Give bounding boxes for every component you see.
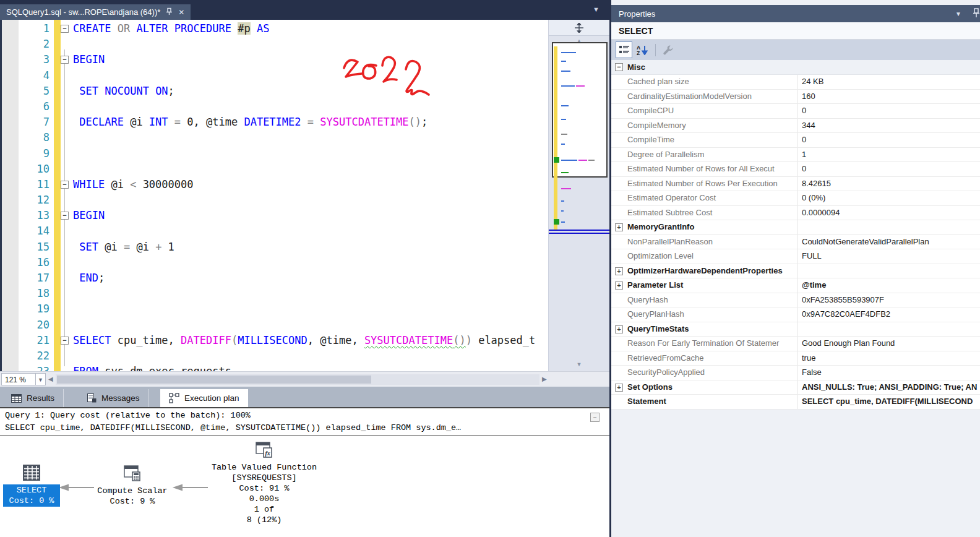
property-row[interactable]: +OptimizerHardwareDependentProperties (611, 264, 980, 279)
tab-list-chevron-down-icon[interactable]: ▼ (593, 6, 600, 13)
property-row[interactable]: Degree of Parallelism1 (611, 148, 980, 163)
property-row[interactable]: NonParallelPlanReasonCouldNotGenerateVal… (611, 235, 980, 250)
categorized-button[interactable] (616, 41, 632, 58)
property-row[interactable]: Estimated Number of Rows Per Execution8.… (611, 177, 980, 192)
results-pane: Results Messages Execution plan (0, 387, 609, 537)
property-row[interactable]: Cached plan size24 KB (611, 75, 980, 90)
category-expander[interactable]: − (611, 60, 627, 75)
code-line: 4 (0, 68, 548, 84)
properties-titlebar: Properties ▼ (611, 5, 980, 22)
property-row[interactable]: CompileTime0 (611, 133, 980, 148)
property-value: False (797, 366, 980, 380)
property-value (797, 220, 980, 234)
row-expander[interactable]: + (615, 281, 623, 290)
document-tab[interactable]: SQLQuery1.sql - sw...ROPE\andjana (64))*… (0, 4, 191, 20)
property-label: Estimated Operator Cost (627, 191, 797, 205)
property-value: 0xFA253855B593907F (797, 293, 980, 307)
row-expander[interactable]: + (615, 325, 623, 333)
property-row[interactable]: RetrievedFromCachetrue (611, 351, 980, 366)
plan-node-text: 1 of (205, 504, 323, 515)
scroll-right-arrow[interactable]: ▶ (542, 376, 547, 382)
property-value: Good Enough Plan Found (797, 337, 980, 351)
property-row[interactable]: SecurityPolicyAppliedFalse (611, 366, 980, 380)
properties-pin-icon[interactable] (973, 8, 980, 20)
line-number: 13 (0, 208, 49, 223)
property-row[interactable]: +MemoryGrantInfo (611, 220, 980, 235)
ssms-window: SQLQuery1.sql - sw...ROPE\andjana (64))*… (0, 0, 980, 537)
tab-results[interactable]: Results (2, 389, 64, 407)
property-value: @time (797, 278, 980, 293)
property-label: Estimated Number of Rows for All Execut (627, 162, 797, 176)
property-value: 24 KB (797, 75, 980, 89)
code-lines[interactable]: 1−CREATE OR ALTER PROCEDURE #p AS23−BEGI… (0, 21, 548, 371)
minimap-viewport[interactable] (552, 42, 608, 178)
splitter-handle[interactable] (549, 20, 609, 36)
property-pages-button[interactable] (660, 41, 676, 58)
fold-collapse-box[interactable]: − (61, 212, 69, 220)
property-row[interactable]: +Set OptionsANSI_NULLS: True; ANSI_PADDI… (611, 380, 980, 395)
tab-messages-label: Messages (101, 393, 140, 403)
tab-execution-plan[interactable]: Execution plan (160, 389, 248, 407)
scroll-down-arrow[interactable]: ▼ (549, 361, 609, 367)
zoom-chevron-down-icon[interactable]: ▼ (36, 373, 46, 385)
properties-grid: Cached plan size24 KBCardinalityEstimati… (611, 75, 980, 410)
collapse-button[interactable]: – (590, 413, 600, 422)
line-number: 22 (0, 348, 49, 364)
selected-node-label: SELECTCost: 0 % (3, 484, 60, 507)
document-tabstrip: SQLQuery1.sql - sw...ROPE\andjana (64))*… (0, 0, 609, 20)
minimap-scrollbar[interactable]: ▲ ▼ (548, 20, 609, 371)
line-number: 11 (0, 177, 49, 192)
plan-node-select[interactable]: SELECTCost: 0 % (3, 464, 60, 507)
tab-execution-plan-label: Execution plan (184, 393, 239, 403)
property-row[interactable]: CompileCPU0 (611, 104, 980, 119)
plan-node-compute-scalar[interactable]: Compute ScalarCost: 9 % (93, 464, 172, 507)
property-row[interactable]: QueryPlanHash0x9A7C82C0AEF4DFB2 (611, 307, 980, 322)
property-row[interactable]: Estimated Number of Rows for All Execut0 (611, 162, 980, 177)
fold-collapse-box[interactable]: − (61, 56, 69, 64)
row-expander[interactable]: + (615, 223, 623, 231)
property-label: Degree of Parallelism (627, 148, 797, 162)
results-tabstrip: Results Messages Execution plan (0, 387, 609, 407)
document-tab-title: SQLQuery1.sql - sw...ROPE\andjana (64))* (6, 7, 160, 17)
property-row[interactable]: Reason For Early Termination Of Statemer… (611, 337, 980, 351)
property-row[interactable]: CompileMemory344 (611, 119, 980, 134)
category-row-misc[interactable]: − Misc (611, 60, 980, 75)
row-expander[interactable]: + (615, 384, 623, 392)
plan-node-tvf[interactable]: fxTable Valued Function[SYSREQUESTS]Cost… (205, 440, 323, 525)
fold-collapse-box[interactable]: − (61, 337, 69, 345)
property-row[interactable]: QueryHash0xFA253855B593907F (611, 293, 980, 308)
property-row[interactable]: +Parameter List@time (611, 278, 980, 293)
property-row[interactable]: Estimated Subtree Cost0.0000094 (611, 206, 980, 221)
property-value: 0 (0%) (797, 191, 980, 205)
property-label: Set Options (627, 380, 797, 395)
fold-collapse-box[interactable]: − (61, 181, 69, 189)
pin-icon[interactable] (166, 7, 173, 17)
close-icon[interactable]: ✕ (178, 8, 184, 17)
property-value: 0x9A7C82C0AEF4DFB2 (797, 307, 980, 322)
property-label: QueryTimeStats (627, 322, 797, 337)
zoom-level-select[interactable]: 121 % (1, 373, 36, 385)
select-icon (3, 464, 60, 481)
code-line: 13−BEGIN (0, 208, 548, 223)
property-row[interactable]: Estimated Operator Cost0 (0%) (611, 191, 980, 206)
alphabetical-sort-button[interactable]: A Z (634, 41, 650, 58)
property-row[interactable]: CardinalityEstimationModelVersion160 (611, 90, 980, 105)
property-row[interactable]: Optimization LevelFULL (611, 249, 980, 264)
properties-chevron-down-icon[interactable]: ▼ (955, 11, 961, 17)
horizontal-scrollbar[interactable] (56, 374, 539, 385)
tab-messages[interactable]: Messages (79, 389, 149, 407)
caret-position-line (549, 230, 609, 234)
properties-pane: Properties ▼ SELECT A Z (611, 0, 980, 537)
property-row[interactable]: +QueryTimeStats (611, 322, 980, 337)
plan-node-text: 0.000s (205, 494, 323, 504)
horizontal-scrollbar-thumb[interactable] (57, 376, 371, 384)
property-label: CardinalityEstimationModelVersion (627, 90, 797, 104)
property-label: OptimizerHardwareDependentProperties (627, 264, 797, 278)
code-editor[interactable]: 1−CREATE OR ALTER PROCEDURE #p AS23−BEGI… (0, 20, 609, 371)
fold-collapse-box[interactable]: − (61, 25, 69, 33)
row-expander[interactable]: + (615, 267, 623, 275)
plan-node-text: SELECT (3, 485, 60, 496)
scroll-left-arrow[interactable]: ◀ (48, 376, 53, 382)
property-row[interactable]: StatementSELECT cpu_time, DATEDIFF(MILLI… (611, 395, 980, 410)
line-number: 8 (0, 130, 49, 145)
